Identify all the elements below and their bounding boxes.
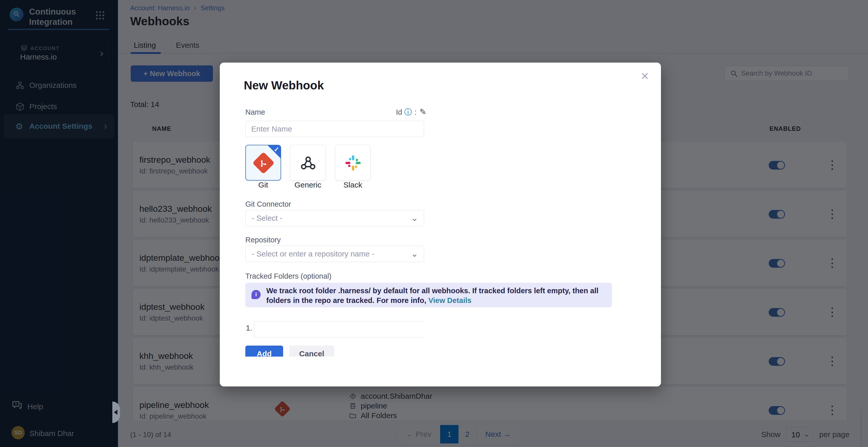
modal-scroll-clip: [220, 357, 661, 386]
type-card-git[interactable]: ✓: [245, 145, 281, 181]
name-label: Name: [245, 108, 265, 117]
folder-row-index: 1.: [246, 324, 252, 332]
edit-id-icon[interactable]: ✎: [420, 107, 426, 117]
close-icon[interactable]: ✕: [639, 70, 651, 83]
id-colon: :: [414, 108, 416, 116]
chevron-down-icon: ⌄: [411, 213, 418, 223]
git-connector-placeholder: - Select -: [252, 214, 282, 222]
type-label-generic: Generic: [290, 181, 326, 189]
banner-text: We track root folder .harness/ by defaul…: [266, 286, 606, 305]
info-bubble-icon: i: [251, 290, 261, 299]
type-label-git: Git: [245, 181, 281, 189]
modal-title: New Webhook: [244, 79, 324, 92]
type-card-slack[interactable]: [335, 145, 371, 181]
tracked-folders-info-banner: i We track root folder .harness/ by defa…: [245, 283, 612, 307]
repository-select[interactable]: - Select or enter a repository name - ⌄: [245, 246, 424, 262]
id-label: Id: [396, 108, 402, 116]
webhook-icon: [299, 154, 317, 172]
tracked-folders-label: Tracked Folders (optional): [245, 272, 331, 280]
id-row: Idⓘ:✎: [396, 107, 452, 118]
chevron-left-icon: [114, 410, 118, 415]
git-connector-label: Git Connector: [245, 200, 291, 208]
info-icon[interactable]: ⓘ: [404, 108, 412, 116]
tracked-folder-input[interactable]: [260, 323, 426, 336]
type-label-slack: Slack: [335, 181, 371, 189]
tracked-folder-field: [254, 321, 425, 337]
repository-label: Repository: [245, 236, 281, 244]
name-field: [245, 121, 424, 137]
type-card-generic[interactable]: [290, 145, 326, 181]
slack-logo-icon: [344, 154, 362, 172]
name-input[interactable]: [251, 123, 417, 136]
view-details-link[interactable]: View Details: [428, 296, 471, 304]
new-webhook-modal: ✕ New Webhook Name Idⓘ:✎ ✓: [220, 63, 661, 386]
selected-check-badge: ✓: [268, 145, 281, 158]
repository-placeholder: - Select or enter a repository name -: [252, 249, 374, 258]
git-connector-select[interactable]: - Select - ⌄: [245, 210, 424, 226]
chevron-down-icon: ⌄: [411, 248, 418, 259]
